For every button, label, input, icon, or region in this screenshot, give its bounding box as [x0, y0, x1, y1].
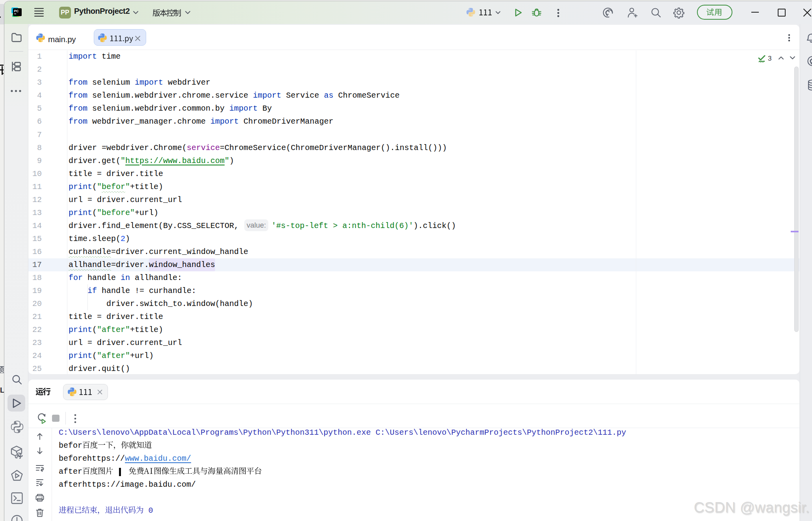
- svg-text:PC: PC: [14, 9, 19, 13]
